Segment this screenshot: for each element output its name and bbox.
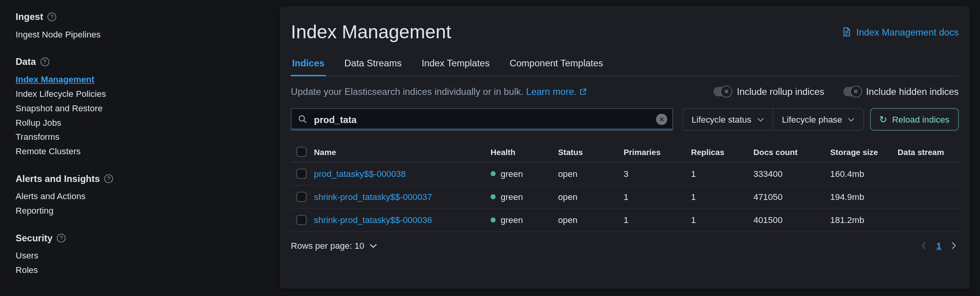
indices-table: Name Health Status Primaries Replicas Do… (291, 142, 959, 232)
sidebar-section-data: Data ? Index Management Index Lifecycle … (16, 56, 260, 157)
storage-size-cell: 194.9mb (830, 192, 898, 202)
sidebar-heading-label: Data (16, 56, 36, 67)
health-cell: green (491, 169, 558, 179)
meta-row: Update your Elasticsearch indices indivi… (291, 86, 959, 97)
reload-button-label: Reload indices (892, 114, 950, 125)
docs-link[interactable]: Index Management docs (841, 27, 959, 37)
sidebar-heading-ingest: Ingest ? (16, 11, 260, 22)
search-icon (298, 114, 308, 125)
include-hidden-indices-toggle[interactable]: ✕ Include hidden indices (843, 86, 959, 97)
sidebar-item-rollup-jobs[interactable]: Rollup Jobs (16, 118, 260, 128)
sidebar-item-ingest-node-pipelines[interactable]: Ingest Node Pipelines (16, 29, 260, 40)
index-management-panel: Index Management Index Management docs I… (280, 6, 970, 289)
table-header-row: Name Health Status Primaries Replicas Do… (291, 142, 959, 162)
sidebar-item-index-management[interactable]: Index Management (16, 74, 260, 85)
docs-icon (841, 27, 851, 37)
column-header-data-stream[interactable]: Data stream (898, 147, 959, 157)
chevron-down-icon (848, 117, 855, 121)
sidebar-section-security: Security ? Users Roles (16, 232, 260, 275)
sidebar-item-snapshot-and-restore[interactable]: Snapshot and Restore (16, 103, 260, 114)
replicas-cell: 1 (691, 169, 753, 179)
next-page-icon[interactable] (951, 242, 956, 249)
sidebar-item-index-lifecycle-policies[interactable]: Index Lifecycle Policies (16, 89, 260, 99)
sidebar-item-roles[interactable]: Roles (16, 265, 260, 275)
sidebar-item-transforms[interactable]: Transforms (16, 132, 260, 143)
previous-page-icon[interactable] (921, 242, 927, 249)
toggle-label: Include hidden indices (866, 86, 959, 97)
sidebar-item-users[interactable]: Users (16, 251, 260, 261)
sidebar-section-alerts: Alerts and Insights ? Alerts and Actions… (16, 173, 260, 216)
sidebar-heading-security: Security ? (16, 232, 260, 243)
row-checkbox[interactable] (296, 192, 307, 202)
primaries-cell: 1 (623, 192, 691, 202)
app-root: Ingest ? Ingest Node Pipelines Data ? In… (0, 0, 980, 296)
refresh-icon: ↻ (879, 115, 887, 124)
help-icon[interactable]: ? (57, 234, 66, 242)
row-checkbox[interactable] (296, 215, 307, 225)
select-all-checkbox[interactable] (296, 147, 307, 157)
status-cell: open (558, 169, 623, 179)
filter-label: Lifecycle phase (782, 114, 842, 125)
row-checkbox[interactable] (296, 169, 307, 179)
index-name-link[interactable]: prod_tatasky$$-000038 (314, 169, 406, 179)
toggle-group: ✕ Include rollup indices ✕ Include hidde… (714, 86, 959, 97)
tab-index-templates[interactable]: Index Templates (420, 57, 491, 76)
column-header-health[interactable]: Health (491, 147, 558, 157)
tab-component-templates[interactable]: Component Templates (508, 57, 604, 76)
learn-more-link[interactable]: Learn more. (526, 86, 577, 97)
toggle-off-knob: ✕ (721, 86, 732, 97)
clear-search-icon[interactable]: ✕ (656, 114, 668, 125)
health-green-dot-icon (491, 194, 496, 200)
status-cell: open (558, 215, 623, 225)
help-icon[interactable]: ? (40, 57, 49, 66)
sidebar-list-ingest: Ingest Node Pipelines (16, 29, 260, 40)
sidebar-item-alerts-and-actions[interactable]: Alerts and Actions (16, 191, 260, 202)
health-label: green (501, 192, 523, 202)
search-box: ✕ (291, 108, 673, 131)
rows-per-page-button[interactable]: Rows per page: 10 (291, 241, 377, 251)
sidebar-heading-label: Alerts and Insights (16, 173, 100, 184)
index-name-link[interactable]: shrink-prod_tatasky$$-000037 (314, 192, 432, 202)
filter-label: Lifecycle status (692, 114, 751, 125)
reload-indices-button[interactable]: ↻ Reload indices (870, 108, 959, 131)
docs-count-cell: 333400 (753, 169, 830, 179)
pagination: 1 (921, 241, 959, 251)
page-number-1[interactable]: 1 (936, 241, 941, 251)
column-header-status[interactable]: Status (558, 147, 623, 157)
filter-group: Lifecycle status Lifecycle phase (682, 108, 864, 131)
lifecycle-status-filter[interactable]: Lifecycle status (683, 109, 772, 130)
column-header-docs-count[interactable]: Docs count (753, 147, 830, 157)
column-header-replicas[interactable]: Replicas (691, 147, 753, 157)
sidebar-list-alerts: Alerts and Actions Reporting (16, 191, 260, 216)
panel-header: Index Management Index Management docs (291, 21, 959, 42)
description-text: Update your Elasticsearch indices indivi… (291, 86, 524, 97)
health-cell: green (491, 192, 558, 202)
sidebar-item-reporting[interactable]: Reporting (16, 205, 260, 216)
controls-row: ✕ Lifecycle status Lifecycle phase ↻ Rel… (291, 108, 959, 131)
sidebar-heading-label: Security (16, 232, 53, 243)
tab-data-streams[interactable]: Data Streams (343, 57, 403, 76)
chevron-down-icon (757, 117, 764, 121)
include-rollup-indices-toggle[interactable]: ✕ Include rollup indices (714, 86, 824, 97)
sidebar-item-remote-clusters[interactable]: Remote Clusters (16, 146, 260, 157)
tab-indices[interactable]: Indices (291, 57, 326, 76)
column-header-storage-size[interactable]: Storage size (830, 147, 898, 157)
external-link-icon (579, 88, 586, 96)
health-green-dot-icon (491, 218, 496, 223)
sidebar-list-security: Users Roles (16, 251, 260, 276)
panel-description: Update your Elasticsearch indices indivi… (291, 86, 587, 97)
help-icon[interactable]: ? (104, 174, 113, 183)
column-header-name[interactable]: Name (314, 147, 491, 157)
docs-count-cell: 471050 (753, 192, 830, 202)
sidebar-list-data: Index Management Index Lifecycle Policie… (16, 74, 260, 157)
search-input[interactable] (291, 108, 673, 131)
lifecycle-phase-filter[interactable]: Lifecycle phase (772, 109, 863, 130)
table-row: shrink-prod_tatasky$$-000036 green open … (291, 209, 959, 232)
column-header-primaries[interactable]: Primaries (623, 147, 691, 157)
help-icon[interactable]: ? (48, 12, 56, 21)
index-name-link[interactable]: shrink-prod_tatasky$$-000036 (314, 215, 432, 225)
sidebar-heading-alerts-and-insights: Alerts and Insights ? (16, 173, 260, 184)
sidebar-heading-label: Ingest (16, 11, 43, 22)
health-label: green (501, 169, 523, 179)
table-footer: Rows per page: 10 1 (291, 241, 959, 251)
